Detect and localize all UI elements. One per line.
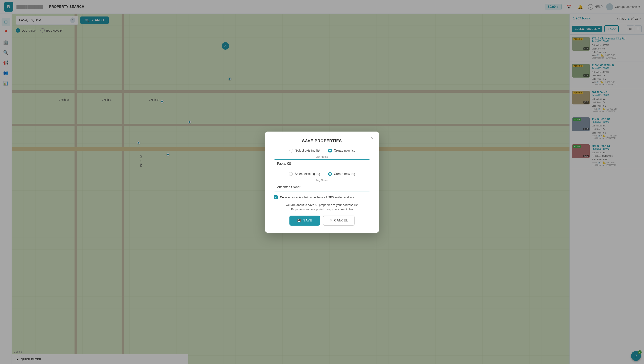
modal-title: SAVE PROPERTIES — [274, 139, 370, 143]
list-radio-group: Select existing list Create new list — [274, 149, 370, 152]
save-button[interactable]: 💾 SAVE — [290, 216, 320, 226]
usps-checkbox-row: ✓ Exclude properties that do not have a … — [274, 195, 370, 199]
save-properties-modal: × SAVE PROPERTIES Select existing list C… — [265, 131, 379, 233]
usps-checkbox-label: Exclude properties that do not have a US… — [280, 196, 354, 199]
cancel-icon: ✕ — [330, 219, 332, 223]
cancel-btn-label: CANCEL — [334, 219, 348, 222]
tag-name-input[interactable] — [274, 183, 370, 192]
modal-close-button[interactable]: × — [368, 134, 375, 141]
save-info-text: You are about to save 50 properties to y… — [274, 203, 370, 207]
save-info-subtext: Properties can be imported using your cu… — [274, 208, 370, 211]
modal-overlay: × SAVE PROPERTIES Select existing list C… — [0, 0, 644, 364]
create-new-tag-option[interactable]: Create new tag — [328, 172, 355, 176]
select-existing-list-radio[interactable] — [290, 149, 293, 152]
select-existing-list-option[interactable]: Select existing list — [290, 149, 320, 152]
create-new-list-option[interactable]: Create new list — [328, 149, 355, 152]
tag-radio-group: Select existing tag Create new tag — [274, 172, 370, 176]
save-btn-label: SAVE — [303, 219, 312, 222]
list-name-field-label: List Name — [274, 155, 370, 158]
create-new-tag-label: Create new tag — [334, 172, 355, 176]
select-existing-tag-radio[interactable] — [289, 172, 293, 176]
usps-verified-checkbox[interactable]: ✓ — [274, 195, 278, 199]
tag-name-field-label: Tag Name — [274, 179, 370, 181]
list-name-input[interactable] — [274, 159, 370, 168]
select-existing-list-label: Select existing list — [295, 149, 320, 152]
select-existing-tag-label: Select existing tag — [295, 172, 320, 176]
create-new-list-label: Create new list — [334, 149, 355, 152]
create-new-tag-radio[interactable] — [328, 172, 332, 176]
cancel-button[interactable]: ✕ CANCEL — [323, 216, 354, 226]
create-new-list-radio[interactable] — [328, 149, 332, 152]
modal-buttons: 💾 SAVE ✕ CANCEL — [274, 216, 370, 226]
select-existing-tag-option[interactable]: Select existing tag — [289, 172, 320, 176]
save-icon: 💾 — [297, 219, 302, 223]
